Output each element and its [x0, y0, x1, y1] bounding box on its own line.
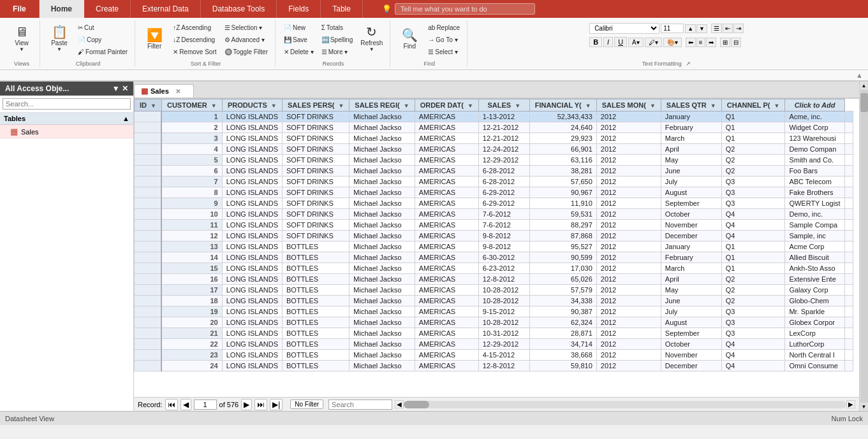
highlight-color-button[interactable]: 🖊▾	[645, 38, 662, 47]
refresh-button[interactable]: ↻ Refresh ▼	[357, 20, 386, 57]
col-header-financial-year[interactable]: FINANCIAL Y( ▼	[529, 99, 596, 112]
paste-button[interactable]: 📋 Paste ▼	[45, 20, 73, 57]
bg-color-button[interactable]: 🎨▾	[663, 38, 682, 47]
table-row[interactable]: 16LONG ISLANDSBOTTLESMichael JacksoAMERI…	[135, 274, 853, 285]
font-increase-button[interactable]: ▲	[685, 24, 696, 33]
save-record-button[interactable]: 💾Save	[281, 34, 317, 45]
view-button[interactable]: 🖥 View ▼	[8, 20, 36, 57]
spelling-button[interactable]: 🔤Spelling	[318, 34, 357, 45]
table-row[interactable]: 4LONG ISLANDSSOFT DRINKSMichael JacksoAM…	[135, 144, 853, 155]
table-row[interactable]: 1LONG ISLANDSSOFT DRINKSMichael JacksoAM…	[135, 112, 853, 122]
col-header-id[interactable]: ID ▼	[135, 99, 162, 112]
sidebar-search-input[interactable]	[3, 98, 131, 110]
tab-home[interactable]: Home	[40, 0, 84, 18]
advanced-button[interactable]: ⚙Advanced ▾	[221, 34, 271, 45]
col-header-sales-qtr[interactable]: SALES QTR ▼	[661, 99, 721, 112]
h-scroll-right-btn[interactable]: ▶	[846, 400, 855, 408]
col-header-add[interactable]: Click to Add	[785, 99, 844, 112]
table-row[interactable]: 14LONG ISLANDSBOTTLESMichael JacksoAMERI…	[135, 252, 853, 263]
sidebar-item-sales[interactable]: ▦ Sales	[0, 125, 133, 139]
tab-create[interactable]: Create	[84, 0, 131, 18]
new-record-button[interactable]: 📄New	[281, 22, 317, 33]
sheet-tab-close[interactable]: ✕	[175, 88, 180, 95]
table-row[interactable]: 13LONG ISLANDSBOTTLESMichael JacksoAMERI…	[135, 241, 853, 252]
col-header-sales-month[interactable]: SALES MON( ▼	[596, 99, 661, 112]
copy-button[interactable]: 📄Copy	[75, 34, 131, 45]
grid-lines-button[interactable]: ⊞	[720, 38, 730, 47]
replace-button[interactable]: abReplace	[425, 22, 463, 33]
align-right-button[interactable]: ➡	[706, 38, 716, 47]
table-row[interactable]: 10LONG ISLANDSSOFT DRINKSMichael JacksoA…	[135, 209, 853, 220]
last-record-button[interactable]: ⏭	[254, 399, 267, 410]
descending-button[interactable]: ↓ZDescending	[170, 34, 219, 45]
goto-button[interactable]: →Go To ▾	[425, 34, 463, 45]
underline-button[interactable]: U	[614, 37, 627, 47]
datasheet-container[interactable]: ID ▼ CUSTOMER ▼ PRODUCTS ▼ SALES PERS( ▼…	[134, 99, 859, 397]
prev-record-button[interactable]: ◀	[180, 399, 191, 410]
col-header-customer[interactable]: CUSTOMER ▼	[161, 99, 222, 112]
table-row[interactable]: 11LONG ISLANDSSOFT DRINKSMichael JacksoA…	[135, 220, 853, 231]
tell-me-input[interactable]	[395, 3, 535, 15]
tab-external-data[interactable]: External Data	[131, 0, 201, 18]
table-row[interactable]: 18LONG ISLANDSBOTTLESMichael JacksoAMERI…	[135, 296, 853, 306]
sheet-tab-sales[interactable]: ▦ Sales ✕	[134, 84, 194, 97]
next-record-button[interactable]: ▶	[241, 399, 252, 410]
table-row[interactable]: 17LONG ISLANDSBOTTLESMichael JacksoAMERI…	[135, 285, 853, 296]
indent-decrease-button[interactable]: ⇤	[723, 24, 733, 33]
table-row[interactable]: 5LONG ISLANDSSOFT DRINKSMichael JacksoAM…	[135, 155, 853, 166]
table-row[interactable]: 9LONG ISLANDSSOFT DRINKSMichael JacksoAM…	[135, 198, 853, 209]
format-painter-button[interactable]: 🖌Format Painter	[75, 46, 131, 57]
filter-button[interactable]: 🔽 Filter	[140, 20, 168, 57]
find-button[interactable]: 🔍 Find	[395, 20, 423, 57]
tab-database-tools[interactable]: Database Tools	[201, 0, 277, 18]
table-row[interactable]: 15LONG ISLANDSBOTTLESMichael JacksoAMERI…	[135, 263, 853, 274]
table-row[interactable]: 24LONG ISLANDSBOTTLESMichael JacksoAMERI…	[135, 361, 853, 371]
remove-sort-button[interactable]: ✕Remove Sort	[170, 46, 219, 57]
toggle-filter-button[interactable]: 🔘Toggle Filter	[221, 46, 271, 57]
table-row[interactable]: 12LONG ISLANDSSOFT DRINKSMichael JacksoA…	[135, 231, 853, 241]
align-left-button[interactable]: ⬅	[686, 38, 696, 47]
cut-button[interactable]: ✂Cut	[75, 22, 131, 33]
col-header-products[interactable]: PRODUCTS ▼	[222, 99, 282, 112]
font-size-input[interactable]	[661, 24, 684, 33]
selection-button[interactable]: ☰Selection ▾	[221, 22, 271, 33]
totals-button[interactable]: ΣTotals	[318, 22, 357, 33]
table-row[interactable]: 22LONG ISLANDSBOTTLESMichael JacksoAMERI…	[135, 339, 853, 350]
align-center-button[interactable]: ≡	[696, 38, 705, 47]
table-row[interactable]: 20LONG ISLANDSBOTTLESMichael JacksoAMERI…	[135, 317, 853, 328]
sidebar-menu-icon[interactable]: ▼ ✕	[112, 84, 128, 93]
table-row[interactable]: 23LONG ISLANDSBOTTLESMichael JacksoAMERI…	[135, 350, 853, 361]
table-row[interactable]: 19LONG ISLANDSBOTTLESMichael JacksoAMERI…	[135, 306, 853, 317]
more-button[interactable]: ☰More ▾	[318, 46, 357, 57]
tab-table[interactable]: Table	[321, 0, 363, 18]
row-col-button[interactable]: ⊟	[731, 38, 741, 47]
scroll-down-button[interactable]: ▼	[860, 403, 868, 411]
table-row[interactable]: 7LONG ISLANDSSOFT DRINKSMichael JacksoAM…	[135, 176, 853, 187]
list-style-button[interactable]: ☰	[711, 24, 722, 33]
font-color-button[interactable]: A▾	[628, 38, 644, 47]
current-record-input[interactable]	[194, 399, 217, 410]
scroll-track[interactable]	[860, 90, 868, 403]
ascending-button[interactable]: ↑ZAscending	[170, 22, 219, 33]
filter-badge[interactable]: No Filter	[290, 399, 323, 409]
col-header-sales-region[interactable]: SALES REGI( ▼	[349, 99, 415, 112]
col-header-sales[interactable]: SALES ▼	[478, 99, 529, 112]
indent-increase-button[interactable]: ⇥	[733, 24, 744, 33]
table-row[interactable]: 3LONG ISLANDSSOFT DRINKSMichael JacksoAM…	[135, 133, 853, 144]
bold-button[interactable]: B	[589, 37, 602, 47]
ribbon-close-btn[interactable]: ▲	[856, 71, 863, 79]
col-header-sales-person[interactable]: SALES PERS( ▼	[283, 99, 349, 112]
text-formatting-expand[interactable]: ↗	[686, 61, 691, 67]
table-row[interactable]: 2LONG ISLANDSSOFT DRINKSMichael JacksoAM…	[135, 122, 853, 133]
col-header-order-date[interactable]: ORDER DAT( ▼	[415, 99, 478, 112]
scroll-up-button[interactable]: ▲	[860, 82, 868, 90]
table-row[interactable]: 8LONG ISLANDSSOFT DRINKSMichael JacksoAM…	[135, 187, 853, 198]
new-nav-button[interactable]: ▶|	[270, 399, 283, 410]
delete-record-button[interactable]: ✕Delete ▾	[281, 46, 317, 57]
tab-file[interactable]: File	[0, 0, 40, 18]
italic-button[interactable]: I	[603, 37, 613, 47]
record-search-input[interactable]	[328, 399, 392, 410]
h-scrollbar[interactable]	[404, 401, 846, 408]
tab-fields[interactable]: Fields	[277, 0, 321, 18]
sidebar-tables-section[interactable]: Tables ▲	[0, 113, 133, 125]
